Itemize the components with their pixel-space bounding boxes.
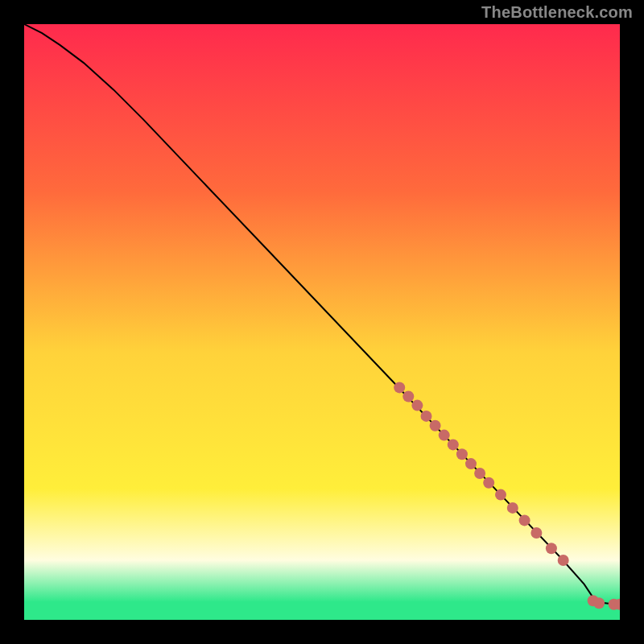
- chart-svg: [24, 24, 620, 620]
- data-marker: [448, 439, 459, 450]
- gradient-background: [24, 24, 620, 620]
- data-marker: [402, 391, 414, 402]
- data-marker: [483, 477, 494, 489]
- watermark-text: TheBottleneck.com: [481, 3, 633, 22]
- data-marker: [519, 514, 530, 526]
- data-marker: [558, 555, 569, 566]
- data-marker: [430, 420, 441, 431]
- data-marker: [439, 430, 450, 441]
- chart-frame: TheBottleneck.com: [0, 0, 644, 644]
- data-marker: [421, 411, 432, 422]
- data-marker: [411, 400, 423, 411]
- data-marker: [495, 489, 506, 501]
- data-marker: [474, 468, 485, 479]
- plot-area: [24, 24, 620, 620]
- data-marker: [465, 458, 477, 469]
- data-marker: [456, 448, 468, 460]
- data-marker: [507, 502, 518, 514]
- data-marker: [530, 527, 542, 539]
- data-marker: [593, 597, 605, 609]
- data-marker: [546, 543, 557, 554]
- data-marker: [394, 382, 405, 393]
